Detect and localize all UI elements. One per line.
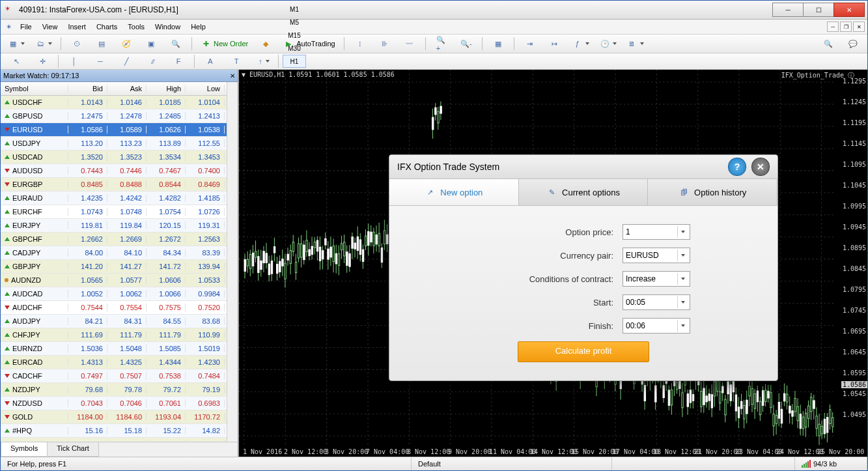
menu-view[interactable]: View (37, 21, 63, 32)
hline-tool[interactable]: ─ (89, 55, 112, 68)
table-row[interactable]: EURCHF1.07431.07481.07541.0726 (1, 205, 227, 219)
dialog-close-button[interactable]: ✕ (751, 158, 770, 176)
tab-tick-chart[interactable]: Tick Chart (47, 442, 99, 457)
table-row[interactable]: AUDCAD1.00521.00621.00660.9984 (1, 287, 227, 301)
app-menu-icon[interactable]: ✶ (3, 21, 14, 32)
table-row[interactable]: AUDNZD1.05651.05771.06061.0533 (1, 274, 227, 287)
table-row[interactable]: EURJPY119.81119.84120.15119.31 (1, 219, 227, 233)
text-tool[interactable]: A (199, 55, 222, 68)
table-row[interactable]: GOLD1184.001184.601193.041170.72 (1, 410, 227, 424)
status-connection[interactable]: 94/3 kb (795, 457, 867, 470)
start-select[interactable]: 00:05 (623, 294, 690, 310)
maximize-button[interactable]: ☐ (803, 3, 834, 17)
zoom-in-button[interactable]: 🔍+ (431, 36, 452, 51)
market-watch-toggle[interactable]: ⏲ (66, 36, 87, 51)
crosshair-tool[interactable]: ✛ (31, 55, 54, 68)
table-row[interactable]: EURGBP0.84850.84880.85440.8469 (1, 178, 227, 192)
column-symbol[interactable]: Symbol (1, 85, 68, 93)
option-price-input[interactable]: 1 (623, 224, 690, 240)
menu-window[interactable]: Window (150, 21, 186, 32)
tab-new-option[interactable]: ↗New option (389, 179, 519, 205)
new-order-button[interactable]: ✚New Order (197, 36, 251, 51)
tile-windows-button[interactable]: ▦ (488, 36, 509, 51)
templates-button[interactable]: 🗎 (624, 36, 647, 51)
menu-help[interactable]: Help (186, 21, 211, 32)
terminal-toggle[interactable]: ▣ (141, 36, 161, 51)
auto-scroll-button[interactable]: ⇥ (520, 36, 540, 51)
column-ask[interactable]: Ask (107, 85, 147, 93)
table-row[interactable]: AUDCHF0.75440.75540.75750.7520 (1, 301, 227, 315)
column-high[interactable]: High (147, 85, 186, 93)
metaquotes-button[interactable]: ◆ (255, 36, 276, 51)
arrows-tool[interactable]: ↑ (251, 55, 274, 68)
timeframe-m15[interactable]: M15 (283, 29, 306, 42)
new-chart-button[interactable]: ▦ (5, 36, 28, 51)
close-button[interactable]: ✕ (833, 3, 865, 17)
candle-chart-button[interactable]: ⊪ (374, 36, 395, 51)
strategy-tester-toggle[interactable]: 🔍 (165, 36, 186, 51)
line-chart-button[interactable]: 〰 (399, 36, 420, 51)
periods-button[interactable]: 🕒 (596, 36, 620, 51)
table-row[interactable]: EURCAD1.43131.43251.43441.4230 (1, 356, 227, 369)
table-row[interactable]: EURAUD1.42351.42421.42821.4185 (1, 192, 227, 205)
currency-pair-select[interactable]: EURUSD (623, 248, 690, 263)
bar-chart-button[interactable]: ⫶ (350, 36, 371, 51)
menu-charts[interactable]: Charts (91, 21, 122, 32)
scrollbar[interactable] (227, 82, 238, 442)
dialog-help-button[interactable]: ? (728, 158, 746, 176)
vline-tool[interactable]: │ (63, 55, 86, 68)
chart-shift-button[interactable]: ↦ (544, 36, 565, 51)
navigator-toggle[interactable]: 🧭 (116, 36, 137, 51)
table-row[interactable]: USDJPY113.20113.23113.89112.55 (1, 137, 227, 150)
table-row[interactable]: CHFJPY111.69111.79111.79110.99 (1, 328, 227, 342)
calculate-profit-button[interactable]: Calculate profit (518, 341, 649, 362)
mdi-restore-button[interactable]: ❐ (840, 21, 852, 32)
table-row[interactable]: #HPQ15.1615.1815.2214.82 (1, 424, 227, 438)
menu-tools[interactable]: Tools (122, 21, 150, 32)
table-row[interactable]: AUDUSD0.74430.74460.74670.7400 (1, 164, 227, 178)
indicators-button[interactable]: ƒ (569, 36, 593, 51)
table-row[interactable]: GBPJPY141.20141.27141.72139.94 (1, 260, 227, 274)
label-tool[interactable]: T (225, 55, 248, 68)
table-row[interactable]: GBPUSD1.24751.24781.24851.2413 (1, 109, 227, 123)
search-button[interactable]: 🔍 (818, 36, 839, 51)
table-row[interactable]: GBPCHF1.26621.26691.26721.2563 (1, 233, 227, 246)
mdi-minimize-button[interactable]: ─ (827, 21, 839, 32)
timeframe-m5[interactable]: M5 (283, 16, 306, 29)
table-row[interactable]: EURNZD1.50361.50481.50851.5019 (1, 342, 227, 356)
column-low[interactable]: Low (186, 85, 225, 93)
table-row[interactable]: USDCHF1.01431.01461.01851.0104 (1, 96, 227, 109)
menu-insert[interactable]: Insert (63, 21, 91, 32)
profiles-button[interactable]: 🗂 (32, 36, 55, 51)
svg-rect-407 (746, 400, 748, 414)
timeframe-h1[interactable]: H1 (283, 55, 306, 68)
minimize-button[interactable]: ─ (772, 3, 804, 17)
zoom-out-button[interactable]: 🔍- (456, 36, 477, 51)
status-profile[interactable]: Default (412, 457, 612, 470)
table-row[interactable]: NZDUSD0.70430.70460.70610.6983 (1, 397, 227, 410)
table-row[interactable]: USDCAD1.35201.35231.35341.3453 (1, 150, 227, 164)
tab-current-options[interactable]: ✎Current options (519, 179, 649, 205)
channel-tool[interactable]: ⫽ (141, 55, 164, 68)
table-row[interactable]: NZDJPY79.6879.7879.7279.19 (1, 383, 227, 397)
tab-option-history[interactable]: 🗐Option history (648, 179, 777, 205)
timeframe-m30[interactable]: M30 (283, 42, 306, 55)
conditions-select[interactable]: Increase (623, 271, 690, 287)
timeframe-m1[interactable]: M1 (283, 3, 306, 16)
table-row[interactable]: CADJPY84.0084.1084.3483.39 (1, 246, 227, 260)
mdi-close-button[interactable]: ✕ (853, 21, 865, 32)
trendline-tool[interactable]: ╱ (115, 55, 138, 68)
cursor-tool[interactable]: ↖ (5, 55, 28, 68)
data-window-toggle[interactable]: ▤ (91, 36, 112, 51)
panel-close-button[interactable]: ✕ (230, 72, 235, 79)
chat-button[interactable]: 💬 (843, 36, 863, 51)
table-row[interactable]: AUDJPY84.2184.3184.5583.68 (1, 315, 227, 328)
chart-panel[interactable]: ▼ EURUSD,H1 1.0591 1.0601 1.0585 1.0586 … (239, 70, 867, 457)
tab-symbols[interactable]: Symbols (1, 442, 48, 457)
finish-select[interactable]: 00:06 (623, 318, 690, 334)
menu-file[interactable]: File (15, 21, 37, 32)
fibo-tool[interactable]: F (167, 55, 190, 68)
table-row[interactable]: CADCHF0.74970.75070.75380.7484 (1, 369, 227, 383)
column-bid[interactable]: Bid (68, 85, 107, 93)
table-row[interactable]: EURUSD1.05861.05891.06261.0538 (1, 123, 227, 137)
